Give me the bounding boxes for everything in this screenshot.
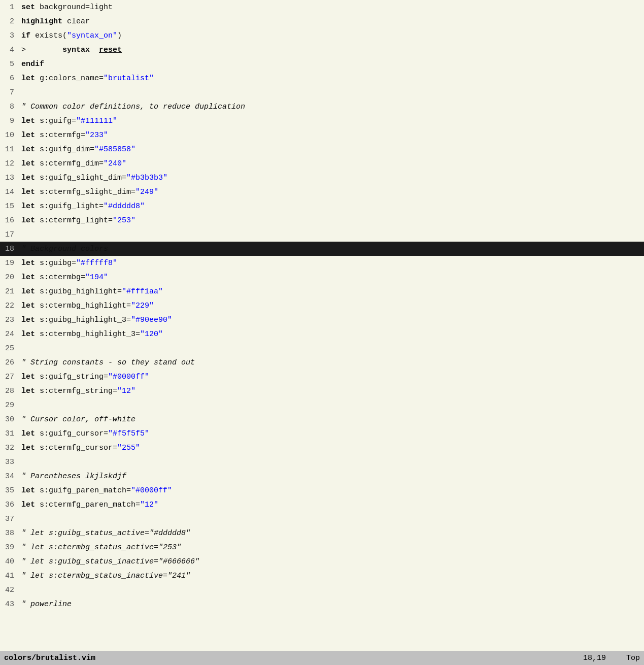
line-number: 19 xyxy=(0,259,19,268)
code-line: 32let s:ctermfg_cursor="255" xyxy=(0,441,644,455)
line-number: 21 xyxy=(0,287,19,296)
line-content: let s:guibg_highlight_3="#90ee90" xyxy=(19,316,644,324)
line-number: 35 xyxy=(0,486,19,495)
code-line: 3if exists("syntax_on") xyxy=(0,28,644,43)
code-line: 25 xyxy=(0,341,644,355)
line-number: 22 xyxy=(0,302,19,310)
code-line: 36let s:ctermfg_paren_match="12" xyxy=(0,497,644,512)
line-number: 14 xyxy=(0,188,19,196)
line-content: " String constants - so they stand out xyxy=(19,358,644,367)
line-number: 36 xyxy=(0,501,19,509)
code-line: 24let s:ctermbg_highlight_3="120" xyxy=(0,327,644,341)
code-line: 35let s:guifg_paren_match="#0000ff" xyxy=(0,483,644,497)
line-number: 6 xyxy=(0,74,19,83)
code-line: 17 xyxy=(0,227,644,242)
line-number: 1 xyxy=(0,3,19,12)
code-line: 37 xyxy=(0,512,644,526)
line-number: 42 xyxy=(0,586,19,594)
code-line: 6let g:colors_name="brutalist" xyxy=(0,71,644,85)
code-line: 12let s:ctermfg_dim="240" xyxy=(0,156,644,171)
code-line: 27let s:guifg_string="#0000ff" xyxy=(0,370,644,384)
line-content: endif xyxy=(19,60,644,69)
line-number: 16 xyxy=(0,216,19,225)
status-filename: colors/brutalist.vim xyxy=(4,654,95,662)
code-line: 20let s:ctermbg="194" xyxy=(0,270,644,284)
line-number: 8 xyxy=(0,103,19,111)
line-number: 4 xyxy=(0,46,19,54)
line-content: if exists("syntax_on") xyxy=(19,31,644,40)
code-line: 33 xyxy=(0,455,644,469)
line-content: " Common color definitions, to reduce du… xyxy=(19,103,644,111)
line-content: " Background colors xyxy=(19,245,644,253)
line-content: let s:guibg="#fffff8" xyxy=(19,259,644,268)
line-number: 7 xyxy=(0,88,19,97)
line-content: " Cursor color, off-white xyxy=(19,415,644,424)
line-number: 10 xyxy=(0,131,19,140)
line-number: 23 xyxy=(0,316,19,324)
code-line: 41" let s:ctermbg_status_inactive="241" xyxy=(0,569,644,583)
line-content: set background=light xyxy=(19,3,644,12)
line-content: let s:ctermbg_highlight="229" xyxy=(19,302,644,310)
code-line: 2highlight clear xyxy=(0,14,644,28)
code-line: 13let s:guifg_slight_dim="#b3b3b3" xyxy=(0,171,644,185)
line-content xyxy=(19,458,644,467)
line-number: 26 xyxy=(0,358,19,367)
line-number: 11 xyxy=(0,145,19,154)
line-content: let s:guibg_highlight="#fff1aa" xyxy=(19,287,644,296)
code-line: 42 xyxy=(0,583,644,597)
line-number: 12 xyxy=(0,159,19,168)
line-number: 25 xyxy=(0,344,19,353)
line-number: 29 xyxy=(0,401,19,410)
line-content xyxy=(19,401,644,410)
line-number: 17 xyxy=(0,230,19,239)
line-content: let s:guifg_string="#0000ff" xyxy=(19,373,644,381)
code-line: 22let s:ctermbg_highlight="229" xyxy=(0,298,644,313)
line-content: let s:guifg_slight_dim="#b3b3b3" xyxy=(19,174,644,182)
code-line: 21let s:guibg_highlight="#fff1aa" xyxy=(0,284,644,298)
code-line: 16let s:ctermfg_light="253" xyxy=(0,213,644,227)
line-content: let s:ctermfg_paren_match="12" xyxy=(19,501,644,509)
code-line: 23let s:guibg_highlight_3="#90ee90" xyxy=(0,313,644,327)
code-line: 30" Cursor color, off-white xyxy=(0,412,644,426)
code-line: 15let s:guifg_light="#ddddd8" xyxy=(0,199,644,213)
line-number: 20 xyxy=(0,273,19,282)
line-content xyxy=(19,344,644,353)
status-right: 18,19 Top xyxy=(583,654,640,662)
line-number: 43 xyxy=(0,600,19,609)
line-number: 41 xyxy=(0,572,19,580)
code-line: 8" Common color definitions, to reduce d… xyxy=(0,99,644,114)
line-number: 28 xyxy=(0,387,19,395)
code-line: 1set background=light xyxy=(0,0,644,14)
line-number: 15 xyxy=(0,202,19,211)
line-content: let s:guifg_dim="#585858" xyxy=(19,145,644,154)
line-content: " let s:ctermbg_status_active="253" xyxy=(19,543,644,552)
line-number: 38 xyxy=(0,529,19,538)
status-scroll: Top xyxy=(626,654,640,662)
line-content: " let s:guibg_status_active="#ddddd8" xyxy=(19,529,644,538)
line-content: let s:guifg_cursor="#f5f5f5" xyxy=(19,429,644,438)
code-line: 14let s:ctermfg_slight_dim="249" xyxy=(0,185,644,199)
line-content: " powerline xyxy=(19,600,644,609)
code-line: 28let s:ctermfg_string="12" xyxy=(0,384,644,398)
line-number: 39 xyxy=(0,543,19,552)
status-position: 18,19 xyxy=(583,654,606,662)
code-line: 5endif xyxy=(0,57,644,71)
line-number: 3 xyxy=(0,31,19,40)
line-content: let s:ctermfg_dim="240" xyxy=(19,159,644,168)
line-content: let s:ctermfg_string="12" xyxy=(19,387,644,395)
code-line: 7 xyxy=(0,85,644,99)
code-line: 26" String constants - so they stand out xyxy=(0,355,644,370)
line-content: let s:guifg_light="#ddddd8" xyxy=(19,202,644,211)
line-number: 32 xyxy=(0,444,19,452)
line-content xyxy=(19,586,644,594)
line-content: let g:colors_name="brutalist" xyxy=(19,74,644,83)
line-number: 34 xyxy=(0,472,19,481)
line-content xyxy=(19,515,644,523)
line-content: let s:ctermfg_cursor="255" xyxy=(19,444,644,452)
code-container: 1set background=light2highlight clear3if… xyxy=(0,0,644,651)
line-number: 18 xyxy=(0,245,19,253)
line-number: 31 xyxy=(0,429,19,438)
code-line: 40" let s:guibg_status_inactive="#666666… xyxy=(0,554,644,569)
line-number: 5 xyxy=(0,60,19,69)
line-number: 24 xyxy=(0,330,19,339)
